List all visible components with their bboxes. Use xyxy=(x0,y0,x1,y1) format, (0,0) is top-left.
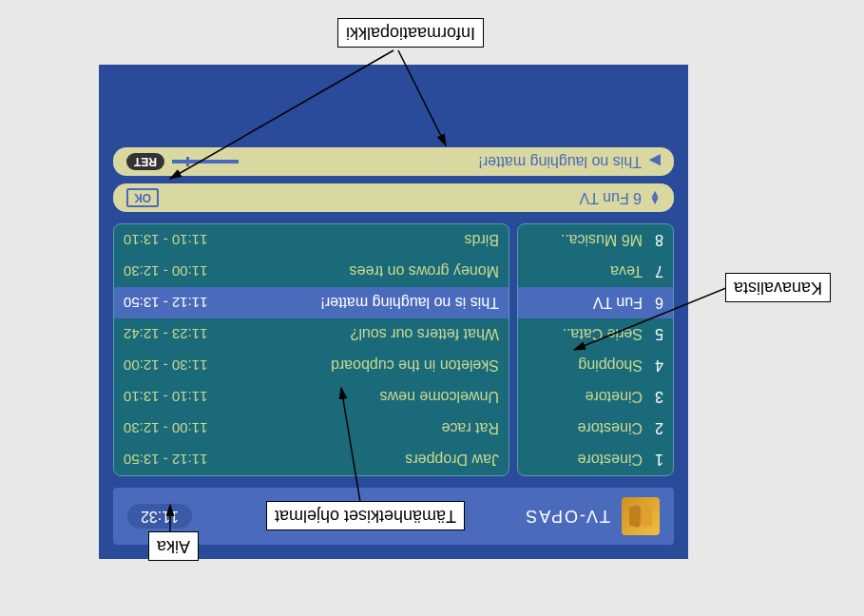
info-bar-program: ▶ This no laughing matter! RET xyxy=(113,147,674,176)
channel-number: 7 xyxy=(643,263,663,280)
program-row[interactable]: This is no laughing matter!11:12 - 13:50 xyxy=(114,287,509,318)
channel-number: 3 xyxy=(643,389,663,406)
program-time: 11:12 - 13:50 xyxy=(124,295,207,311)
channel-name: Teva xyxy=(528,263,643,280)
channel-number: 1 xyxy=(643,452,663,469)
book-icon xyxy=(622,497,660,535)
program-name: What fetters our soul? xyxy=(215,326,499,343)
callout-aika: Aika xyxy=(148,531,199,561)
channel-name: Serie Cata.. xyxy=(528,326,643,343)
info-program-text: This no laughing matter! xyxy=(246,153,642,170)
updown-arrows-icon: ▲▼ xyxy=(649,191,661,204)
program-row[interactable]: What fetters our soul?11:23 - 12:42 xyxy=(114,318,509,350)
program-row[interactable]: Unwelcome news11:10 - 13:10 xyxy=(114,381,509,413)
program-row[interactable]: Skeleton in the cupboard11:30 - 12:00 xyxy=(114,350,509,381)
channel-number: 5 xyxy=(643,326,663,343)
program-name: Unwelcome news xyxy=(215,389,499,406)
program-name: Birds xyxy=(215,232,499,249)
program-time: 11:00 - 12:30 xyxy=(124,420,207,436)
channel-name: Shopping xyxy=(528,357,643,375)
channel-number: 2 xyxy=(643,420,663,437)
program-name: Skeleton in the cupboard xyxy=(215,357,499,375)
channel-row[interactable]: 7Teva xyxy=(518,256,673,287)
channel-list[interactable]: 1Cinestore2Cinestore3Cinetore4Shopping5S… xyxy=(517,223,674,476)
program-name: This is no laughing matter! xyxy=(215,295,499,312)
info-bar-channel: ▲▼ 6 Fun TV OK xyxy=(113,183,674,212)
program-list[interactable]: Jaw Droppers11:12 - 13:50Rat race11:00 -… xyxy=(113,223,509,476)
program-row[interactable]: Birds11:10 - 13:10 xyxy=(114,224,509,256)
channel-name: Fun TV xyxy=(528,295,643,312)
callout-infopalkki: Informaatiopalkki xyxy=(337,18,484,48)
progress-bar xyxy=(172,160,239,164)
program-time: 11:10 - 13:10 xyxy=(124,389,207,405)
play-icon: ▶ xyxy=(649,153,661,171)
program-name: Rat race xyxy=(215,420,499,437)
program-name: Money grows on trees xyxy=(215,263,499,280)
program-name: Jaw Droppers xyxy=(215,452,499,469)
info-channel-text: 6 Fun TV xyxy=(159,189,642,206)
channel-number: 4 xyxy=(643,357,663,375)
channel-number: 6 xyxy=(643,295,663,312)
program-row[interactable]: Jaw Droppers11:12 - 13:50 xyxy=(114,444,509,475)
channel-row[interactable]: 5Serie Cata.. xyxy=(518,318,673,350)
list-area: 1Cinestore2Cinestore3Cinetore4Shopping5S… xyxy=(113,223,674,476)
program-time: 11:23 - 12:42 xyxy=(124,326,207,342)
program-row[interactable]: Rat race11:00 - 12:30 xyxy=(114,413,509,444)
clock-time: 11:32 xyxy=(127,504,192,529)
tv-guide-screen: TV-OPAS 11:32 1Cinestore2Cinestore3Cinet… xyxy=(99,65,688,559)
program-row[interactable]: Money grows on trees11:00 - 12:30 xyxy=(114,256,509,287)
channel-row[interactable]: 3Cinetore xyxy=(518,381,673,413)
program-time: 11:30 - 12:00 xyxy=(124,357,207,374)
channel-row[interactable]: 6Fun TV xyxy=(518,287,673,318)
channel-row[interactable]: 1Cinestore xyxy=(518,444,673,475)
channel-row[interactable]: 8M6 Musica.. xyxy=(518,224,673,256)
channel-name: Cinestore xyxy=(528,452,643,469)
channel-row[interactable]: 4Shopping xyxy=(518,350,673,381)
channel-row[interactable]: 2Cinestore xyxy=(518,413,673,444)
callout-ohjelmat: Tämänhetkiset ohjelmat xyxy=(266,501,465,530)
channel-name: Cinetore xyxy=(528,389,643,406)
program-time: 11:00 - 12:30 xyxy=(124,263,207,279)
channel-name: M6 Musica.. xyxy=(528,232,643,249)
callout-kanavalista: Kanavalista xyxy=(725,273,831,302)
ok-button[interactable]: OK xyxy=(126,188,159,207)
program-time: 11:10 - 13:10 xyxy=(124,232,207,248)
ret-button[interactable]: RET xyxy=(126,153,164,170)
program-time: 11:12 - 13:50 xyxy=(124,452,207,468)
channel-name: Cinestore xyxy=(528,420,643,437)
channel-number: 8 xyxy=(643,232,663,249)
